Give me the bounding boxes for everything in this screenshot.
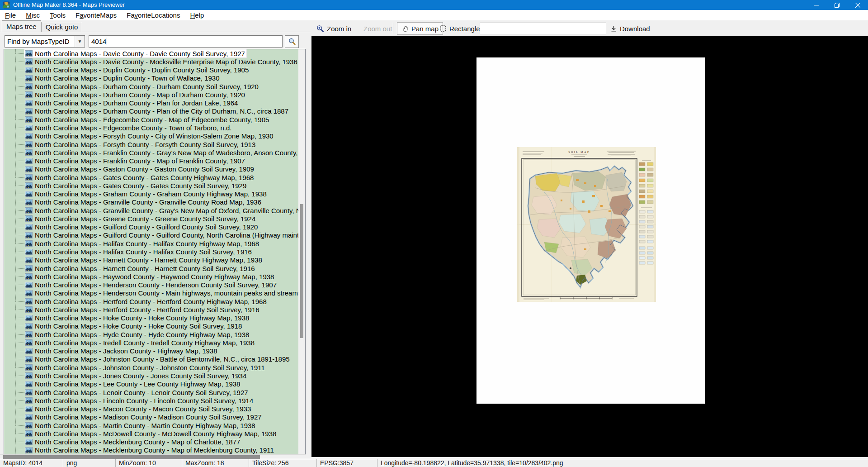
soil-map-heading: SOIL MAP: [568, 151, 590, 153]
image-thumbnail-icon: [25, 422, 33, 429]
tree-item[interactable]: North Carolina Maps - Forsyth County - C…: [4, 132, 299, 140]
tree-item[interactable]: North Carolina Maps - Durham County - Pl…: [4, 107, 299, 115]
tree-item[interactable]: North Carolina Maps - Hyde County - Hyde…: [4, 330, 299, 338]
tree-item[interactable]: North Carolina Maps - Martin County - Ma…: [4, 421, 299, 429]
tree-item[interactable]: North Carolina Maps - Madison County - M…: [4, 413, 299, 421]
tree-branch-line: [15, 128, 24, 128]
tree-item[interactable]: North Carolina Maps - McDowell County - …: [4, 429, 299, 438]
tree-branch-line: [15, 334, 24, 335]
tree-item-label: North Carolina Maps - Henderson County -…: [35, 281, 277, 289]
tree-item-label: North Carolina Maps - Hyde County - Hyde…: [35, 331, 249, 338]
tree-item[interactable]: North Carolina Maps - Duplin County - Du…: [4, 66, 299, 74]
tree-item[interactable]: North Carolina Maps - Hoke County - Hoke…: [4, 322, 299, 330]
tree-item-label: North Carolina Maps - Forsyth County - C…: [35, 132, 274, 140]
image-thumbnail-icon: [25, 315, 33, 321]
tree-item[interactable]: North Carolina Maps - Granville County -…: [4, 206, 299, 214]
find-mode-select[interactable]: Find by MapsTypeID ▼: [5, 35, 85, 48]
tree-item[interactable]: North Carolina Maps - Edgecombe County -…: [4, 124, 299, 132]
menu-tools[interactable]: Tools: [45, 10, 71, 20]
tree-horizontal-scrollbar-thumb[interactable]: [3, 455, 260, 459]
tree-item[interactable]: North Carolina Maps - Franklin County - …: [4, 148, 299, 157]
tree-item[interactable]: North Carolina Maps - Lenoir County - Le…: [4, 388, 299, 396]
tree-item[interactable]: North Carolina Maps - Graham County - Gr…: [4, 190, 299, 198]
tree-item[interactable]: North Carolina Maps - Greene County - Gr…: [4, 214, 299, 223]
tree-branch-line: [15, 310, 24, 310]
tree-branch-line: [15, 384, 24, 384]
menu-misc[interactable]: Misc: [21, 10, 45, 20]
download-button[interactable]: Download: [610, 22, 650, 35]
tree-item[interactable]: North Carolina Maps - Jackson County - H…: [4, 347, 299, 355]
tree-item[interactable]: North Carolina Maps - Hoke County - Hoke…: [4, 314, 299, 322]
tree-item[interactable]: North Carolina Maps - Lincoln County - L…: [4, 396, 299, 405]
tree-item[interactable]: North Carolina Maps - Gaston County - Ga…: [4, 165, 299, 173]
image-thumbnail-icon: [25, 356, 33, 362]
search-input[interactable]: 4014: [89, 35, 283, 48]
tab-quick-goto[interactable]: Quick goto: [41, 22, 83, 32]
image-thumbnail-icon: [25, 91, 33, 98]
tree-item[interactable]: North Carolina Maps - Durham County - Du…: [4, 82, 299, 91]
minimize-button[interactable]: [806, 0, 826, 10]
tree-item[interactable]: North Carolina Maps - Davie County - Dav…: [4, 49, 299, 57]
tab-maps-tree[interactable]: Maps tree: [2, 20, 41, 32]
image-thumbnail-icon: [25, 249, 33, 255]
tree-item[interactable]: North Carolina Maps - Davie County - Moc…: [4, 57, 299, 66]
tree-item[interactable]: North Carolina Maps - Mecklenburg County…: [4, 438, 299, 446]
zoom-out-button[interactable]: Zoom out: [363, 22, 392, 35]
tree-item[interactable]: North Carolina Maps - Jones County - Jon…: [4, 372, 299, 380]
tree-item[interactable]: North Carolina Maps - Macon County - Mac…: [4, 405, 299, 413]
menu-file[interactable]: File: [0, 10, 21, 20]
tree-item[interactable]: North Carolina Maps - Henderson County -…: [4, 281, 299, 289]
tree-item[interactable]: North Carolina Maps - Guilford County - …: [4, 223, 299, 231]
tree-item[interactable]: North Carolina Maps - Johnston County - …: [4, 355, 299, 363]
tree-item[interactable]: North Carolina Maps - Mecklenburg County…: [4, 446, 299, 454]
image-thumbnail-icon: [25, 191, 33, 197]
menu-favoritemaps[interactable]: FavoriteMaps: [71, 10, 122, 20]
menu-favoritelocations[interactable]: FavoriteLocations: [122, 10, 185, 20]
image-thumbnail-icon: [25, 58, 33, 65]
text-caret: [107, 38, 107, 45]
close-button[interactable]: [847, 0, 868, 10]
tree-item[interactable]: North Carolina Maps - Halifax County - H…: [4, 248, 299, 256]
search-button[interactable]: [285, 35, 299, 48]
maps-tree-list[interactable]: North Carolina Maps - Davie County - Dav…: [4, 49, 299, 454]
tree-item[interactable]: North Carolina Maps - Henderson County -…: [4, 289, 299, 297]
tree-item[interactable]: North Carolina Maps - Edgecombe County -…: [4, 115, 299, 124]
tree-vertical-scrollbar[interactable]: [298, 49, 305, 454]
download-arrow-icon: [610, 25, 617, 32]
tree-item[interactable]: North Carolina Maps - Granville County -…: [4, 198, 299, 206]
rectangle-button[interactable]: Rectangle: [439, 22, 480, 35]
map-canvas[interactable]: SOIL MAP: [311, 36, 868, 457]
tree-vertical-scrollbar-thumb[interactable]: [300, 204, 303, 338]
tree-item[interactable]: North Carolina Maps - Durham County - Pl…: [4, 99, 299, 107]
tree-item[interactable]: North Carolina Maps - Forsyth County - F…: [4, 140, 299, 148]
pan-map-button[interactable]: Pan map: [397, 22, 443, 35]
tree-item[interactable]: North Carolina Maps - Halifax County - H…: [4, 239, 299, 248]
tree-item-label: North Carolina Maps - Gates County - Gat…: [35, 174, 254, 181]
tree-item[interactable]: North Carolina Maps - Durham County - Ma…: [4, 91, 299, 99]
tree-item[interactable]: North Carolina Maps - Duplin County - To…: [4, 74, 299, 82]
tree-item[interactable]: North Carolina Maps - Guilford County - …: [4, 231, 299, 239]
restore-button[interactable]: [826, 0, 847, 10]
menu-help[interactable]: Help: [185, 10, 209, 20]
tree-item[interactable]: North Carolina Maps - Lee County - Lee C…: [4, 380, 299, 388]
tree-item[interactable]: North Carolina Maps - Haywood County - H…: [4, 272, 299, 281]
tree-item[interactable]: North Carolina Maps - Harnett County - H…: [4, 256, 299, 264]
tree-item[interactable]: North Carolina Maps - Johnston County - …: [4, 363, 299, 372]
tree-branch-line: [15, 409, 24, 409]
tree-item[interactable]: North Carolina Maps - Iredell County - I…: [4, 338, 299, 347]
image-thumbnail-icon: [25, 199, 33, 205]
tree-branch-line: [15, 119, 24, 120]
tree-horizontal-scrollbar[interactable]: [0, 454, 306, 459]
toolbar-input[interactable]: [480, 22, 606, 34]
chevron-down-icon[interactable]: ▼: [75, 36, 85, 47]
tree-item[interactable]: North Carolina Maps - Gates County - Gat…: [4, 181, 299, 190]
tree-item[interactable]: North Carolina Maps - Gates County - Gat…: [4, 173, 299, 181]
tree-item[interactable]: North Carolina Maps - Franklin County - …: [4, 157, 299, 165]
tree-item-label: North Carolina Maps - Martin County - Ma…: [35, 422, 255, 429]
tree-item[interactable]: North Carolina Maps - Harnett County - H…: [4, 264, 299, 272]
tree-branch-line: [15, 210, 24, 211]
tree-item[interactable]: North Carolina Maps - Hertford County - …: [4, 297, 299, 305]
tree-item[interactable]: North Carolina Maps - Hertford County - …: [4, 305, 299, 314]
zoom-in-button[interactable]: Zoom in: [316, 22, 351, 35]
map-preview-page: SOIL MAP: [476, 57, 705, 404]
